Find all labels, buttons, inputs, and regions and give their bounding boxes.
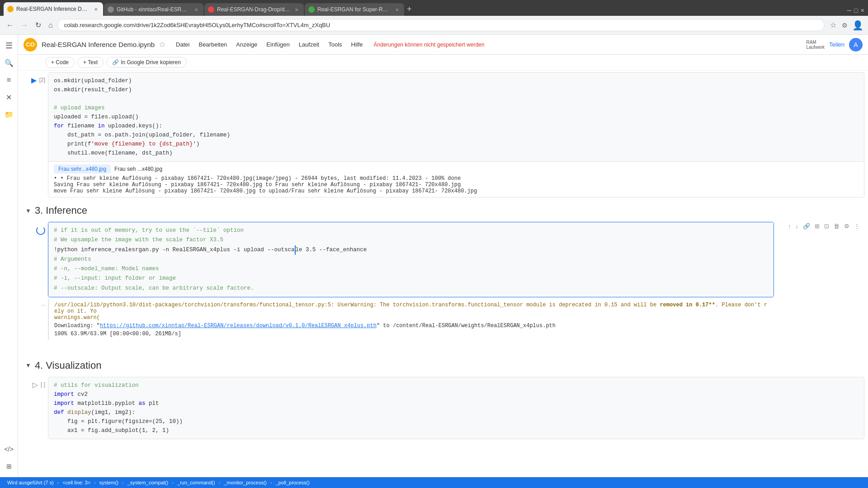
output-download-link[interactable]: https://github.com/xinntao/Real-ESRGAN/r… xyxy=(100,323,377,329)
tab-colab-close[interactable]: × xyxy=(94,6,98,13)
profile-icon[interactable]: 👤 xyxy=(851,19,864,32)
add-code-button[interactable]: + Code xyxy=(45,57,75,68)
tab-drag-close[interactable]: × xyxy=(295,6,298,13)
output-line-2: Saving Frau sehr kleine Auflösung - pixa… xyxy=(54,182,859,188)
drive-copy-button[interactable]: 🔗 In Google Drive kopieren xyxy=(106,57,187,68)
cell-3-gutter xyxy=(22,222,48,297)
upload-btn[interactable]: Frau sehr...x480.jpg xyxy=(54,164,111,174)
code-line: uploaded = files.upload() xyxy=(54,113,859,122)
cell-3-body: # if it is out of memory, try to use the… xyxy=(48,222,774,297)
section-3-collapse-icon[interactable]: ▼ xyxy=(25,207,31,214)
ram-disk-indicator[interactable]: RAM Laufwerk xyxy=(806,40,825,50)
link-icon[interactable]: 🔗 xyxy=(801,222,812,230)
add-text-button[interactable]: + Text xyxy=(77,57,104,68)
sidebar-icon-menu[interactable]: ☰ xyxy=(2,38,16,53)
copy-icon[interactable]: ⊞ xyxy=(813,222,821,230)
code-line: # upload images xyxy=(54,103,859,113)
output-line-3: move Frau sehr kleine Auflösung - pixaba… xyxy=(54,188,859,194)
tab-drag[interactable]: Real-ESRGAN-Drag-Drop/drag8... × xyxy=(204,3,304,16)
sidebar-icon-files[interactable]: 📁 xyxy=(2,107,16,122)
cell-4-body: # utils for visualization import cv2 imp… xyxy=(48,377,864,439)
more-icon[interactable]: ⋮ xyxy=(852,222,862,230)
home-button[interactable]: ⌂ xyxy=(46,19,56,31)
code-line xyxy=(54,94,859,103)
share-button[interactable]: Teilen xyxy=(829,41,844,48)
reload-button[interactable]: ↻ xyxy=(33,19,44,31)
extensions-icon[interactable]: ⚙ xyxy=(840,20,849,31)
account-icon[interactable]: A xyxy=(849,38,863,52)
expand-icon[interactable]: ⊡ xyxy=(822,222,831,230)
status-compat[interactable]: _system_compat() xyxy=(126,480,170,485)
colab-header: CO Real-ESRGAN Inference Demo.ipynb ✩ Da… xyxy=(18,35,868,55)
section-4-header[interactable]: ▼ 4. Visualization xyxy=(18,352,868,375)
back-button[interactable]: ← xyxy=(4,19,16,31)
new-tab-button[interactable]: + xyxy=(407,5,412,16)
menu-anzeige[interactable]: Anzeige xyxy=(231,39,262,50)
menu-tools[interactable]: Tools xyxy=(324,39,346,50)
tab-colab[interactable]: Real-ESRGAN Inference Demo.i... × xyxy=(4,2,103,16)
section-4-title: 4. Visualization xyxy=(35,360,102,371)
cell-4-run-button[interactable]: ▷ xyxy=(32,380,39,390)
status-cell-line[interactable]: <cell line: 3> xyxy=(61,480,92,485)
tab-sr-close[interactable]: × xyxy=(395,6,399,13)
cell-4-gutter: ▷ [ ] xyxy=(22,377,48,439)
notebook-title: Real-ESRGAN Inference Demo.ipynb xyxy=(42,41,155,48)
browser-chrome: Real-ESRGAN Inference Demo.i... × GitHub… xyxy=(0,0,868,16)
output-warning-line-2: warnings.warn( xyxy=(54,314,769,321)
sidebar-icon-toc[interactable]: ≡ xyxy=(2,73,16,87)
status-sep3: › xyxy=(122,480,124,485)
code-line: import cv2 xyxy=(54,390,859,399)
code-line: shutil.move(filename, dst_path) xyxy=(54,149,859,158)
section-4-collapse-icon[interactable]: ▼ xyxy=(25,362,31,369)
move-down-icon[interactable]: ↓ xyxy=(794,222,801,230)
status-monitor[interactable]: _monitor_process() xyxy=(222,480,269,485)
cell-3-output-wrapper: ... /usr/local/lib/python3.10/dist-packa… xyxy=(18,299,868,340)
close-button[interactable]: × xyxy=(861,7,864,14)
tab-sr[interactable]: Real-ESRGAN for Super-Resolut... × xyxy=(305,3,404,16)
tab-drag-label: Real-ESRGAN-Drag-Drop/drag8... xyxy=(217,6,290,13)
section-3-header[interactable]: ▼ 3. Inference xyxy=(18,197,868,220)
tab-sr-label: Real-ESRGAN for Super-Resolut... xyxy=(317,6,391,13)
status-system[interactable]: system() xyxy=(98,480,120,485)
settings-icon[interactable]: ⚙ xyxy=(842,222,851,230)
cell-toolbar: + Code + Text 🔗 In Google Drive kopieren xyxy=(18,55,868,70)
forward-button[interactable]: → xyxy=(18,19,31,31)
tab-github[interactable]: GitHub - xinntao/Real-ESRGA... × xyxy=(104,3,203,16)
cell-2-output: Frau sehr...x480.jpg Frau seh ...x480.jp… xyxy=(48,161,864,197)
output-line-1: • • Frau sehr kleine Auflösung - pixabay… xyxy=(54,175,859,182)
menu-hilfe[interactable]: Hilfe xyxy=(347,39,368,50)
code-line: # -i, --input: input folder or image xyxy=(54,274,768,283)
sidebar-icon-close-x[interactable]: ✕ xyxy=(2,90,16,104)
code-line: import matplotlib.pyplot as plt xyxy=(54,399,859,408)
tab-github-close[interactable]: × xyxy=(194,6,198,13)
code-line: # if it is out of memory, try to use the… xyxy=(54,226,768,235)
menu-bearbeiten[interactable]: Bearbeiten xyxy=(194,39,231,50)
sidebar-icon-search[interactable]: 🔍 xyxy=(2,56,16,70)
output-warning-line: /usr/local/lib/python3.10/dist-packages/… xyxy=(54,302,769,314)
sidebar-icon-code[interactable]: </> xyxy=(2,442,16,456)
address-bar[interactable] xyxy=(57,19,825,31)
cell-3-code: # if it is out of memory, try to use the… xyxy=(48,222,774,297)
status-poll[interactable]: _poll_process() xyxy=(274,480,311,485)
output-download-line: Downloading: "https://github.com/xinntao… xyxy=(54,323,769,329)
status-sep2: › xyxy=(94,480,96,485)
drive-icon: 🔗 xyxy=(112,59,119,66)
cell-2-gutter: ▶ [2] xyxy=(22,72,48,197)
maximize-button[interactable]: □ xyxy=(854,7,858,14)
cell-2-code: os.mkdir(upload_folder) os.mkdir(result_… xyxy=(48,73,864,161)
delete-icon[interactable]: 🗑 xyxy=(832,222,841,230)
cell-3-actions: ↑ ↓ 🔗 ⊞ ⊡ 🗑 ⚙ ⋮ xyxy=(786,222,862,230)
bookmark-icon[interactable]: ☆ xyxy=(828,19,838,31)
star-icon[interactable]: ✩ xyxy=(159,40,165,49)
menu-einfügen[interactable]: Einfügen xyxy=(262,39,294,50)
code-line: for filename in uploaded.keys(): xyxy=(54,122,859,131)
sidebar-icon-terminal[interactable]: ⊞ xyxy=(2,459,16,474)
status-run-cmd[interactable]: _run_command() xyxy=(175,480,217,485)
notebook-content[interactable]: ▶ [2] os.mkdir(upload_folder) os.mkdir(r… xyxy=(18,70,868,477)
menu-datei[interactable]: Datei xyxy=(171,39,194,50)
cell-2-run-button[interactable]: ▶ xyxy=(30,75,38,85)
minimize-button[interactable]: ─ xyxy=(847,7,851,14)
move-up-icon[interactable]: ↑ xyxy=(786,222,793,230)
menu-laufzeit[interactable]: Laufzeit xyxy=(294,39,324,50)
tab-drag-icon xyxy=(208,6,214,13)
